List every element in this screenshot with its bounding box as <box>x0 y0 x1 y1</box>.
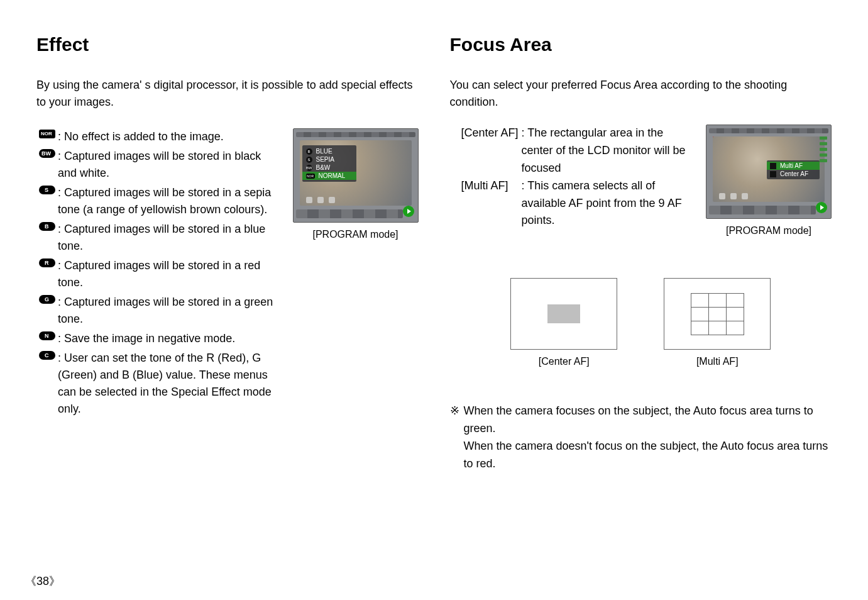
effect-menu: BBLUE SSEPIA BWB&W NORNORMAL <box>302 145 356 182</box>
focus-menu: Multi AF Center AF <box>767 160 820 179</box>
list-item: B : Captured images will be stored in a … <box>36 221 282 255</box>
note-line-1: When the camera focuses on the subject, … <box>464 403 832 438</box>
focus-intro: You can select your preferred Focus Area… <box>450 77 832 111</box>
blue-icon: B <box>36 221 58 231</box>
sepia-icon: S <box>36 184 58 194</box>
focus-body: [Center AF] : The rectangular area in th… <box>450 125 832 236</box>
def-val: : This camera selects all of available A… <box>522 177 695 230</box>
menu-item-blue: BBLUE <box>302 147 356 155</box>
note-symbol: ※ <box>450 403 464 438</box>
note-row: When the camera doesn't focus on the sub… <box>450 438 832 473</box>
list-item: C : User can set the tone of the R (Red)… <box>36 350 282 418</box>
list-text: : User can set the tone of the R (Red), … <box>58 350 282 418</box>
right-marks <box>820 136 827 162</box>
multi-af-frame <box>664 278 771 350</box>
multi-af-grid-icon <box>691 293 744 335</box>
list-text: : Save the image in negative mode. <box>58 330 282 347</box>
effect-body: NOR : No effect is added to the image. B… <box>36 128 419 420</box>
def-val: : The rectangular area in the center of … <box>522 125 695 177</box>
play-icon <box>816 202 827 213</box>
top-strip <box>296 132 415 137</box>
red-icon: R <box>36 257 58 267</box>
effect-screenshot-wrap: BBLUE SSEPIA BWB&W NORNORMAL [PROGRAM mo… <box>293 128 419 240</box>
effect-screenshot: BBLUE SSEPIA BWB&W NORNORMAL <box>293 128 419 223</box>
list-text: : Captured images will be stored in a se… <box>58 184 282 218</box>
multi-af-label: [Multi AF] <box>696 356 739 367</box>
center-af-label: [Center AF] <box>539 356 590 367</box>
top-strip <box>709 128 828 133</box>
list-text: : Captured images will be stored in a bl… <box>58 221 282 255</box>
list-text: : Captured images will be stored in a gr… <box>58 294 282 328</box>
list-text: : Captured images will be stored in a re… <box>58 257 282 291</box>
center-af-frame <box>510 278 617 350</box>
def-term: [Multi AF] <box>461 177 522 230</box>
af-demo-row: [Center AF] [Multi AF] <box>450 278 832 367</box>
custom-icon: C <box>36 350 58 360</box>
menu-item-sepia: SSEPIA <box>302 155 356 164</box>
center-af-demo: [Center AF] <box>510 278 617 367</box>
list-text: : Captured images will be stored in blac… <box>58 148 282 182</box>
multi-af-demo: [Multi AF] <box>664 278 771 367</box>
def-row: [Multi AF] : This camera selects all of … <box>461 177 695 230</box>
menu-item-center: Center AF <box>767 170 820 178</box>
list-item: R : Captured images will be stored in a … <box>36 257 282 291</box>
focus-caption: [PROGRAM mode] <box>726 225 811 236</box>
negative-icon: N <box>36 330 58 340</box>
play-icon <box>403 206 414 217</box>
note-line-2: When the camera doesn't focus on the sub… <box>464 438 832 473</box>
list-item: NOR : No effect is added to the image. <box>36 128 282 145</box>
center-af-area-icon <box>547 304 580 323</box>
right-column: Focus Area You can select your preferred… <box>450 34 832 574</box>
bottom-strip <box>709 206 816 214</box>
bw-icon: BW <box>36 148 58 158</box>
page: Effect By using the camera' s digital pr… <box>0 0 868 600</box>
nor-icon: NOR <box>36 128 58 138</box>
menu-item-multi: Multi AF <box>767 162 820 170</box>
note-row: ※ When the camera focuses on the subject… <box>450 403 832 438</box>
focus-screenshot: Multi AF Center AF <box>706 125 832 219</box>
focus-defs: [Center AF] : The rectangular area in th… <box>450 125 695 230</box>
def-term: [Center AF] <box>461 125 522 177</box>
icons-row <box>306 197 335 203</box>
green-icon: G <box>36 294 58 304</box>
left-column: Effect By using the camera' s digital pr… <box>36 34 419 574</box>
icons-row <box>719 193 748 199</box>
list-item: BW : Captured images will be stored in b… <box>36 148 282 182</box>
menu-item-bw: BWB&W <box>302 164 356 172</box>
effect-heading: Effect <box>36 34 419 55</box>
list-text: : No effect is added to the image. <box>58 128 282 145</box>
focus-note: ※ When the camera focuses on the subject… <box>450 403 832 473</box>
focus-screenshot-wrap: Multi AF Center AF [PROGRAM mode] <box>706 125 832 236</box>
focus-heading: Focus Area <box>450 34 832 55</box>
bottom-strip <box>296 209 403 218</box>
effect-list: NOR : No effect is added to the image. B… <box>36 128 282 420</box>
effect-caption: [PROGRAM mode] <box>312 229 398 240</box>
list-item: N : Save the image in negative mode. <box>36 330 282 347</box>
menu-item-normal: NORNORMAL <box>302 172 356 180</box>
list-item: G : Captured images will be stored in a … <box>36 294 282 328</box>
effect-intro: By using the camera' s digital processor… <box>36 77 419 111</box>
def-row: [Center AF] : The rectangular area in th… <box>461 125 695 177</box>
columns: Effect By using the camera' s digital pr… <box>36 34 832 574</box>
list-item: S : Captured images will be stored in a … <box>36 184 282 218</box>
note-symbol-spacer <box>450 438 464 473</box>
page-number: 《38》 <box>25 574 832 589</box>
